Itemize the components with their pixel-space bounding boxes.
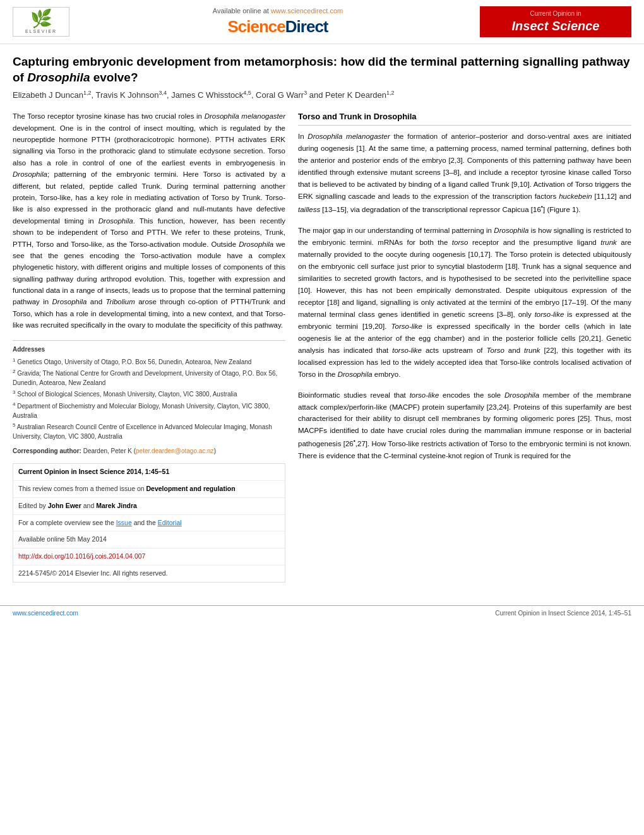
header-center: Available online at www.sciencedirect.co… [76,7,480,37]
journal-info-row: Current Opinion in Insect Science 2014, … [13,464,285,481]
address-4: 4 Department of Biochemistry and Molecul… [13,401,285,420]
elsevier-logo: 🌿 ELSEVIER [13,7,76,37]
main-content: Capturing embryonic development from met… [0,44,644,593]
page-footer: www.sciencedirect.com Current Opinion in… [0,605,644,620]
editorial-link[interactable]: Editorial [158,519,182,526]
footer-left: www.sciencedirect.com [13,610,78,617]
addresses-title: Addresses [13,345,285,354]
right-paragraph-2: The major gap in our understanding of te… [298,225,631,381]
journal-title: Insect Science [486,18,625,33]
journal-badge: Current Opinion in Insect Science [480,6,631,37]
copyright-row: 2214-5745/© 2014 Elsevier Inc. All right… [13,566,285,582]
abstract-text: The Torso receptor tyrosine kinase has t… [13,110,285,331]
available-online-row: Available online 5th May 2014 [13,531,285,548]
right-paragraph-3: Bioinformatic studies reveal that torso-… [298,389,631,463]
right-paragraph-1: In Drosophila melanogaster the formation… [298,131,631,216]
doi-row: http://dx.doi.org/10.1016/j.cois.2014.04… [13,548,285,566]
email-link[interactable]: peter.dearden@otago.ac.nz [136,447,214,454]
section-heading-1: Torso and Trunk in Drosophila [298,110,631,126]
info-box: Current Opinion in Insect Science 2014, … [13,463,285,582]
review-info-row: This review comes from a themed issue on… [13,481,285,498]
editors-row: Edited by John Ewer and Marek Jindra [13,498,285,515]
corresponding-author: Corresponding author: Dearden, Peter K (… [13,446,285,456]
right-column: Torso and Trunk in Drosophila In Drosoph… [298,110,631,582]
overview-row: For a complete overview see the Issue an… [13,515,285,532]
left-column: The Torso receptor tyrosine kinase has t… [13,110,285,582]
footer-website-link[interactable]: www.sciencedirect.com [13,610,78,617]
badge-top-text: Current Opinion in [486,10,625,17]
two-column-layout: The Torso receptor tyrosine kinase has t… [13,110,631,582]
doi-link[interactable]: http://dx.doi.org/10.1016/j.cois.2014.04… [18,552,145,560]
address-3: 3 School of Biological Sciences, Monash … [13,389,285,399]
addresses-section: Addresses 1 Genetics Otago, University o… [13,340,285,442]
address-5: 5 Australian Research Council Centre of … [13,422,285,441]
issue-link[interactable]: Issue [116,519,132,526]
sciencedirect-logo: ScienceDirect [88,17,467,37]
available-online-text: Available online at www.sciencedirect.co… [88,7,467,15]
authors: Elizabeth J Duncan1,2, Travis K Johnson3… [13,89,631,102]
article-title: Capturing embryonic development from met… [13,54,631,85]
page-header: 🌿 ELSEVIER Available online at www.scien… [0,0,644,44]
address-2: 2 Gravida; The National Centre for Growt… [13,368,285,388]
website-link[interactable]: www.sciencedirect.com [271,7,343,15]
footer-right: Current Opinion in Insect Science 2014, … [495,610,631,617]
address-1: 1 Genetics Otago, University of Otago, P… [13,357,285,367]
